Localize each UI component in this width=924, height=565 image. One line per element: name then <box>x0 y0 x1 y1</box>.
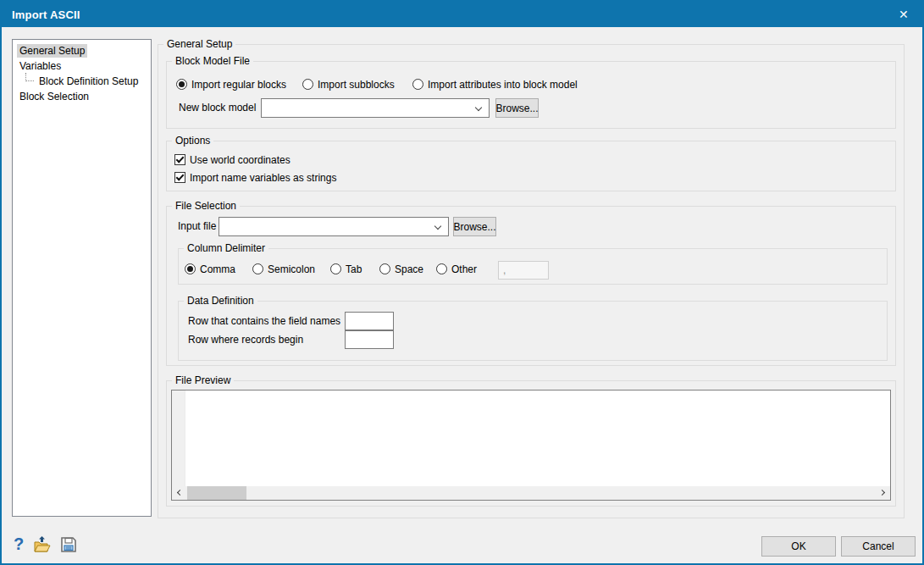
radio-dot-icon <box>379 263 390 274</box>
cancel-button[interactable]: Cancel <box>841 536 916 557</box>
chevron-down-icon <box>434 223 441 230</box>
radio-delimiter-comma[interactable]: Comma <box>185 263 235 275</box>
scroll-left-icon[interactable] <box>172 486 186 500</box>
checkbox-icon <box>174 172 185 183</box>
title-bar: Import ASCII ✕ <box>2 2 922 27</box>
save-icon[interactable] <box>59 535 80 554</box>
checkbox-use-world-coordinates[interactable]: Use world coordinates <box>174 153 290 166</box>
tree-item-block-selection[interactable]: Block Selection <box>13 89 151 104</box>
open-folder-icon[interactable] <box>32 535 53 554</box>
block-model-file-group: Block Model File <box>166 61 896 129</box>
tree-item-variables[interactable]: Variables <box>13 58 151 74</box>
scroll-right-icon[interactable] <box>876 486 890 500</box>
radio-dot-icon <box>436 263 447 274</box>
file-selection-group-title: File Selection <box>172 200 240 212</box>
browse-input-file-button[interactable]: Browse... <box>453 217 496 236</box>
records-begin-row-label: Row where records begin <box>188 334 303 346</box>
radio-dot-icon <box>176 79 187 90</box>
other-delimiter-field[interactable]: , <box>498 261 549 280</box>
radio-dot-icon <box>252 263 263 274</box>
horizontal-scrollbar[interactable] <box>172 486 890 500</box>
radio-import-attributes[interactable]: Import attributes into block model <box>412 78 578 91</box>
dialog-body: General Setup Variables Block Definition… <box>2 27 922 563</box>
options-group-title: Options <box>172 135 213 147</box>
options-group: Options <box>166 141 896 191</box>
field-names-row-label: Row that contains the field names <box>188 315 340 327</box>
input-file-label: Input file <box>178 220 216 232</box>
records-begin-row-input[interactable] <box>345 330 394 349</box>
ok-button[interactable]: OK <box>761 536 836 557</box>
file-preview-pane[interactable] <box>171 390 891 501</box>
tree-item-block-definition-setup[interactable]: Block Definition Setup <box>13 74 151 89</box>
tree-item-general-setup[interactable]: General Setup <box>13 43 151 58</box>
import-ascii-dialog: Import ASCII ✕ General Setup Variables B… <box>0 0 924 565</box>
new-block-model-label: New block model <box>179 102 256 114</box>
radio-delimiter-tab[interactable]: Tab <box>330 263 362 275</box>
radio-dot-icon <box>330 263 341 274</box>
checkbox-import-name-variables[interactable]: Import name variables as strings <box>174 171 336 184</box>
checkbox-icon <box>174 154 185 165</box>
chevron-down-icon <box>475 104 482 111</box>
radio-dot-icon <box>412 79 423 90</box>
radio-import-subblocks[interactable]: Import subblocks <box>302 78 395 91</box>
radio-delimiter-semicolon[interactable]: Semicolon <box>252 263 315 275</box>
field-names-row-input[interactable] <box>345 312 394 330</box>
column-delimiter-group-title: Column Delimiter <box>184 242 268 254</box>
radio-import-regular-blocks[interactable]: Import regular blocks <box>176 78 286 91</box>
general-setup-group-title: General Setup <box>163 38 235 50</box>
radio-dot-icon <box>302 79 313 90</box>
dialog-title: Import ASCII <box>12 8 80 21</box>
tree-branch-line <box>25 73 34 81</box>
block-model-file-group-title: Block Model File <box>172 55 253 67</box>
radio-delimiter-space[interactable]: Space <box>379 263 423 275</box>
preview-gutter <box>172 391 185 486</box>
scrollbar-thumb[interactable] <box>187 486 246 500</box>
browse-block-model-button[interactable]: Browse... <box>495 98 539 118</box>
data-definition-group-title: Data Definition <box>184 295 257 307</box>
radio-delimiter-other[interactable]: Other <box>436 263 477 275</box>
setup-tree: General Setup Variables Block Definition… <box>12 39 152 517</box>
radio-dot-icon <box>185 263 196 274</box>
input-file-combobox[interactable] <box>219 217 449 236</box>
new-block-model-combobox[interactable] <box>261 98 490 118</box>
close-icon[interactable]: ✕ <box>885 2 922 27</box>
file-preview-group-title: File Preview <box>172 374 234 386</box>
data-definition-group: Data Definition <box>178 301 888 361</box>
help-icon[interactable]: ? <box>10 534 27 554</box>
